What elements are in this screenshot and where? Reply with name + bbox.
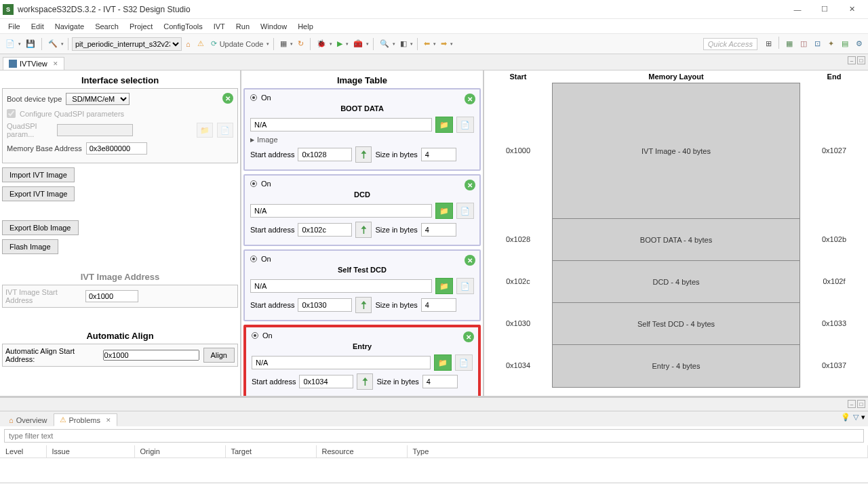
size-input[interactable] — [422, 375, 458, 388]
menu-search[interactable]: Search — [90, 21, 124, 32]
marker-icon[interactable] — [357, 373, 373, 390]
path-input[interactable] — [252, 356, 431, 369]
project-selector[interactable]: pit_periodic_interrupt_s32v234 — [72, 37, 182, 51]
problems-tab[interactable]: ⚠Problems✕ — [54, 413, 117, 426]
size-input[interactable] — [421, 298, 456, 312]
export-ivt-button[interactable]: Export IVT Image — [2, 186, 75, 201]
doc-icon[interactable]: 📄 — [456, 278, 474, 294]
path-input[interactable] — [250, 204, 432, 218]
lightbulb-icon[interactable]: 💡 — [841, 413, 850, 422]
size-input[interactable] — [421, 148, 456, 161]
persp-open-icon[interactable]: ⊞ — [763, 37, 774, 52]
hammer-button[interactable]: 🔨 — [45, 37, 64, 52]
mem-base-input[interactable] — [86, 142, 147, 155]
col-level[interactable]: Level — [0, 445, 46, 458]
doc-icon[interactable]: 📄 — [455, 354, 473, 371]
col-type[interactable]: Type — [407, 445, 868, 458]
marker-icon[interactable] — [355, 222, 372, 238]
ivt-start-input[interactable] — [85, 290, 138, 302]
start-addr-input[interactable] — [299, 375, 353, 388]
entry-close-icon[interactable]: ✕ — [465, 180, 475, 190]
path-input[interactable] — [250, 118, 432, 131]
auto-align-input[interactable] — [103, 350, 199, 361]
folder-icon[interactable]: 📁 — [435, 278, 453, 294]
menu-project[interactable]: Project — [124, 21, 158, 32]
persp-4-icon[interactable]: ✦ — [825, 37, 837, 52]
update-code-button[interactable]: ⟳Update Code — [208, 37, 271, 52]
close-button[interactable]: ✕ — [838, 0, 865, 19]
filter-input[interactable] — [4, 429, 864, 443]
col-origin[interactable]: Origin — [134, 445, 225, 458]
marker-icon[interactable] — [355, 297, 372, 313]
marker-icon[interactable] — [355, 146, 372, 163]
tab-close-icon[interactable]: ✕ — [53, 60, 58, 67]
menu-ivt[interactable]: IVT — [208, 21, 231, 32]
persp-2-icon[interactable]: ◫ — [797, 37, 810, 52]
persp-5-icon[interactable]: ▤ — [839, 37, 851, 52]
quick-access[interactable]: Quick Access — [703, 38, 757, 50]
doc-icon[interactable]: 📄 — [456, 203, 474, 219]
doc-icon[interactable]: 📄 — [456, 117, 474, 133]
path-input[interactable] — [250, 279, 432, 293]
maximize-button[interactable]: ☐ — [811, 0, 838, 19]
ivtview-tab[interactable]: IVTView ✕ — [3, 57, 64, 70]
entry-close-icon[interactable]: ✕ — [465, 255, 475, 266]
on-radio[interactable] — [250, 180, 257, 187]
refresh-icon[interactable]: ↻ — [295, 37, 307, 52]
minimize-view-icon[interactable]: – — [848, 400, 856, 408]
menu-navigate[interactable]: Navigate — [50, 21, 90, 32]
persp-6-icon[interactable]: ⚙ — [853, 37, 865, 52]
new-button[interactable]: 📄 — [3, 37, 22, 52]
ext-tools-icon[interactable]: 🧰 — [351, 37, 370, 52]
home-icon[interactable]: ⌂ — [183, 37, 193, 52]
col-resource[interactable]: Resource — [316, 445, 407, 458]
overview-tab[interactable]: ⌂Overview — [3, 414, 54, 426]
memory-row[interactable]: Self Test DCD - 4 bytes — [553, 303, 800, 345]
back-icon[interactable]: ⬅ — [421, 37, 437, 52]
close-panel-icon[interactable]: ✕ — [222, 93, 233, 104]
start-addr-input[interactable] — [298, 223, 352, 237]
col-issue[interactable]: Issue — [46, 445, 134, 458]
boot-device-select[interactable]: SD/MMC/eMMC — [66, 93, 130, 105]
memory-row[interactable]: DCD - 4 bytes — [553, 261, 800, 303]
save-button[interactable]: 💾 — [23, 37, 38, 52]
menu-help[interactable]: Help — [292, 21, 319, 32]
on-radio[interactable] — [252, 332, 258, 339]
size-input[interactable] — [421, 223, 456, 237]
filter-icon[interactable]: ▽ — [853, 413, 859, 422]
persp-3-icon[interactable]: ⊡ — [812, 37, 823, 52]
menu-file[interactable]: File — [3, 21, 26, 32]
entry-close-icon[interactable]: ✕ — [465, 94, 475, 104]
image-expand[interactable]: ▶Image — [250, 136, 474, 144]
menu-configtools[interactable]: ConfigTools — [158, 21, 208, 32]
forward-icon[interactable]: ➡ — [438, 37, 454, 52]
minimize-button[interactable]: — — [784, 0, 811, 19]
folder-icon[interactable]: 📁 — [435, 117, 453, 133]
search-icon[interactable]: 🔍 — [377, 37, 396, 52]
warning-icon[interactable]: ⚠ — [195, 37, 207, 52]
menu-window[interactable]: Window — [255, 21, 292, 32]
memory-row[interactable]: Entry - 4 bytes — [553, 345, 800, 387]
memory-row[interactable]: IVT Image - 40 bytes — [553, 83, 800, 219]
align-button[interactable]: Align — [203, 348, 235, 363]
start-addr-input[interactable] — [298, 298, 352, 312]
nav-icon[interactable]: ◧ — [397, 37, 414, 52]
view-menu-icon[interactable]: ▾ — [861, 413, 865, 422]
export-blob-button[interactable]: Export Blob Image — [2, 220, 79, 235]
start-addr-input[interactable] — [298, 148, 352, 161]
import-ivt-button[interactable]: Import IVT Image — [2, 167, 75, 182]
flash-image-button[interactable]: Flash Image — [2, 239, 58, 254]
run-icon[interactable]: ▶ — [334, 37, 349, 52]
tab-close-icon[interactable]: ✕ — [106, 417, 111, 424]
menu-run[interactable]: Run — [231, 21, 255, 32]
folder-icon[interactable]: 📁 — [435, 203, 453, 219]
minimize-view-icon[interactable]: – — [848, 56, 856, 64]
perspective-icon[interactable]: ▦ — [277, 37, 294, 52]
memory-row[interactable]: BOOT DATA - 4 bytes — [553, 219, 800, 261]
col-target[interactable]: Target — [225, 445, 316, 458]
menu-edit[interactable]: Edit — [26, 21, 50, 32]
maximize-view-icon[interactable]: □ — [857, 400, 865, 408]
persp-1-icon[interactable]: ▦ — [783, 37, 795, 52]
folder-icon[interactable]: 📁 — [434, 354, 452, 371]
debug-icon[interactable]: 🐞 — [314, 37, 333, 52]
